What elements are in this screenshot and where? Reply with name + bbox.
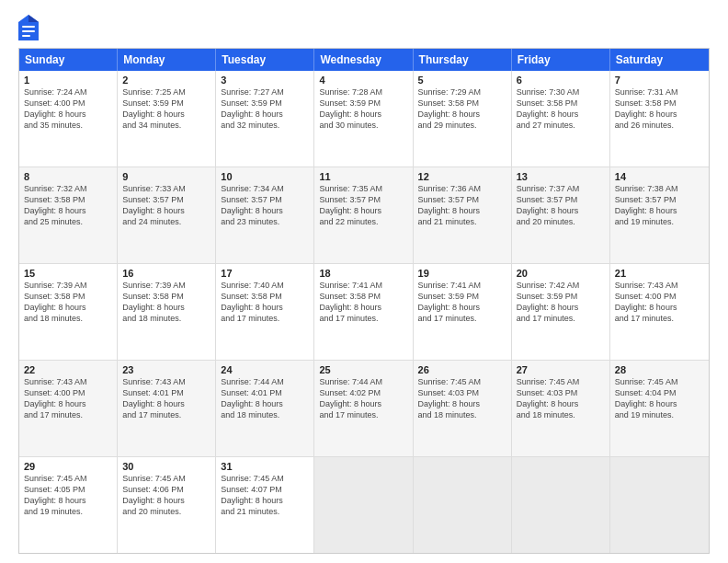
cell-line: Sunset: 3:58 PM — [615, 98, 704, 109]
cell-line: Sunset: 4:00 PM — [24, 387, 112, 398]
cell-line: Sunset: 4:03 PM — [418, 387, 506, 398]
cell-line: Daylight: 8 hours — [221, 495, 309, 506]
day-number: 31 — [221, 461, 309, 472]
cell-line: Daylight: 8 hours — [319, 302, 407, 313]
cell-line: Sunrise: 7:43 AM — [122, 376, 210, 387]
cell-line: and 17 minutes. — [319, 409, 407, 420]
cell-line: Sunrise: 7:29 AM — [418, 86, 506, 98]
cell-line: Daylight: 8 hours — [24, 398, 112, 409]
day-number: 8 — [24, 171, 112, 182]
cell-line: Daylight: 8 hours — [122, 205, 210, 216]
calendar-cell: 15Sunrise: 7:39 AMSunset: 3:58 PMDayligh… — [19, 264, 118, 360]
cell-line: and 34 minutes. — [122, 120, 210, 131]
calendar-cell: 19Sunrise: 7:41 AMSunset: 3:59 PMDayligh… — [414, 264, 512, 360]
cell-line: Sunset: 3:58 PM — [418, 98, 506, 109]
cell-line: Sunset: 4:00 PM — [24, 98, 112, 109]
cell-line: and 20 minutes. — [122, 506, 210, 517]
day-number: 13 — [517, 171, 605, 182]
cell-line: Sunrise: 7:45 AM — [615, 376, 704, 387]
calendar-cell: 4Sunrise: 7:28 AMSunset: 3:59 PMDaylight… — [314, 71, 413, 167]
cell-line: and 20 minutes. — [517, 216, 605, 227]
calendar-header-cell: Friday — [512, 49, 610, 71]
calendar-cell: 10Sunrise: 7:34 AMSunset: 3:57 PMDayligh… — [216, 167, 314, 263]
cell-line: Sunset: 4:04 PM — [615, 387, 704, 398]
cell-line: and 30 minutes. — [319, 120, 407, 131]
cell-line: Sunset: 4:00 PM — [615, 291, 704, 302]
cell-line: Sunset: 3:59 PM — [418, 291, 506, 302]
cell-line: Sunrise: 7:45 AM — [122, 473, 210, 484]
calendar-cell: 5Sunrise: 7:29 AMSunset: 3:58 PMDaylight… — [414, 71, 512, 167]
calendar-header-cell: Wednesday — [314, 49, 413, 71]
calendar-header-cell: Sunday — [19, 49, 118, 71]
cell-line: and 24 minutes. — [122, 216, 210, 227]
calendar-cell: 16Sunrise: 7:39 AMSunset: 3:58 PMDayligh… — [118, 264, 216, 360]
day-number: 29 — [24, 461, 112, 472]
day-number: 18 — [319, 268, 407, 279]
cell-line: Sunset: 4:06 PM — [122, 484, 210, 495]
cell-line: Sunrise: 7:41 AM — [319, 280, 407, 291]
calendar-cell — [314, 457, 413, 553]
calendar-cell: 31Sunrise: 7:45 AMSunset: 4:07 PMDayligh… — [216, 457, 314, 553]
cell-line: and 17 minutes. — [24, 409, 112, 420]
cell-line: and 18 minutes. — [418, 409, 506, 420]
cell-line: Sunrise: 7:35 AM — [319, 183, 407, 194]
cell-line: Sunset: 4:07 PM — [221, 484, 309, 495]
cell-line: Daylight: 8 hours — [615, 398, 704, 409]
calendar-cell: 13Sunrise: 7:37 AMSunset: 3:57 PMDayligh… — [512, 167, 610, 263]
cell-line: Sunrise: 7:44 AM — [319, 376, 407, 387]
cell-line: Daylight: 8 hours — [122, 398, 210, 409]
cell-line: and 17 minutes. — [319, 313, 407, 324]
day-number: 16 — [122, 268, 210, 279]
cell-line: Daylight: 8 hours — [418, 302, 506, 313]
day-number: 26 — [418, 364, 506, 375]
calendar-cell: 6Sunrise: 7:30 AMSunset: 3:58 PMDaylight… — [512, 71, 610, 167]
cell-line: Daylight: 8 hours — [221, 109, 309, 120]
cell-line: Daylight: 8 hours — [24, 302, 112, 313]
calendar-cell: 8Sunrise: 7:32 AMSunset: 3:58 PMDaylight… — [19, 167, 118, 263]
cell-line: Daylight: 8 hours — [517, 398, 605, 409]
cell-line: Sunrise: 7:34 AM — [221, 183, 309, 194]
day-number: 6 — [517, 75, 605, 86]
day-number: 19 — [418, 268, 506, 279]
calendar-header-cell: Thursday — [414, 49, 512, 71]
day-number: 24 — [221, 364, 309, 375]
day-number: 12 — [418, 171, 506, 182]
calendar-cell: 3Sunrise: 7:27 AMSunset: 3:59 PMDaylight… — [216, 71, 314, 167]
day-number: 5 — [418, 75, 506, 86]
calendar-cell: 30Sunrise: 7:45 AMSunset: 4:06 PMDayligh… — [118, 457, 216, 553]
calendar-header: SundayMondayTuesdayWednesdayThursdayFrid… — [19, 49, 709, 71]
calendar-cell: 17Sunrise: 7:40 AMSunset: 3:58 PMDayligh… — [216, 264, 314, 360]
cell-line: Sunset: 3:57 PM — [615, 194, 704, 205]
cell-line: Sunrise: 7:45 AM — [24, 473, 112, 484]
cell-line: and 26 minutes. — [615, 120, 704, 131]
cell-line: Sunset: 3:57 PM — [319, 194, 407, 205]
calendar-cell: 26Sunrise: 7:45 AMSunset: 4:03 PMDayligh… — [414, 361, 512, 456]
cell-line: Sunset: 3:57 PM — [418, 194, 506, 205]
svg-rect-2 — [22, 26, 35, 28]
day-number: 17 — [221, 268, 309, 279]
cell-line: Sunrise: 7:27 AM — [221, 86, 309, 98]
calendar-header-cell: Saturday — [610, 49, 709, 71]
cell-line: and 18 minutes. — [122, 313, 210, 324]
logo — [18, 15, 40, 40]
day-number: 3 — [221, 75, 309, 86]
calendar-cell — [414, 457, 512, 553]
cell-line: and 21 minutes. — [221, 506, 309, 517]
calendar-cell: 2Sunrise: 7:25 AMSunset: 3:59 PMDaylight… — [118, 71, 216, 167]
cell-line: Sunrise: 7:37 AM — [517, 183, 605, 194]
cell-line: Sunrise: 7:33 AM — [122, 183, 210, 194]
calendar-cell — [512, 457, 610, 553]
svg-rect-3 — [22, 30, 35, 32]
cell-line: Sunrise: 7:43 AM — [615, 280, 704, 291]
cell-line: Sunrise: 7:31 AM — [615, 86, 704, 98]
cell-line: Sunrise: 7:40 AM — [221, 280, 309, 291]
calendar-cell — [610, 457, 709, 553]
cell-line: Sunset: 3:59 PM — [319, 98, 407, 109]
cell-line: Daylight: 8 hours — [24, 109, 112, 120]
cell-line: Sunrise: 7:44 AM — [221, 376, 309, 387]
header — [18, 15, 710, 40]
calendar-cell: 18Sunrise: 7:41 AMSunset: 3:58 PMDayligh… — [314, 264, 413, 360]
cell-line: Sunset: 3:58 PM — [122, 291, 210, 302]
cell-line: and 29 minutes. — [418, 120, 506, 131]
day-number: 15 — [24, 268, 112, 279]
